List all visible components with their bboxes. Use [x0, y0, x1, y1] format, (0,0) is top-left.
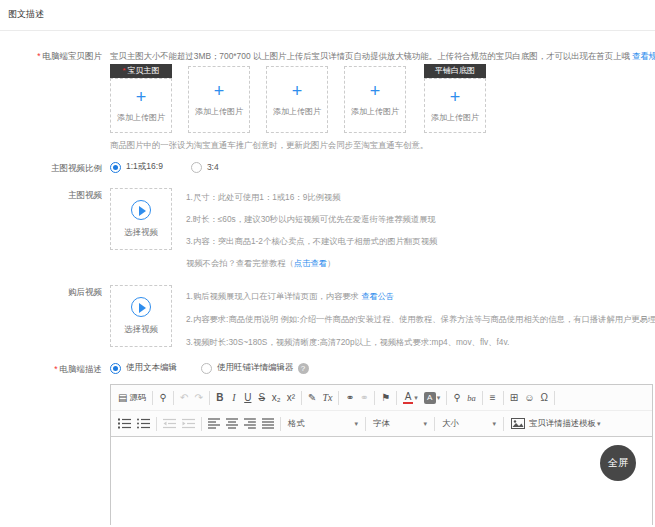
ztc-sync-note: 商品图片中的一张设为淘宝直通车推广创意时，更新此图片会同步至淘宝直通车创意。 [110, 140, 428, 151]
toolbar-divider [434, 417, 435, 431]
strikethrough-icon[interactable]: S [255, 388, 269, 408]
chevron-down-icon: ▾ [354, 420, 358, 428]
table-icon[interactable]: ⊞ [507, 388, 521, 408]
link-icon[interactable]: ⚭ [342, 388, 356, 408]
text-color-button[interactable]: A▾ [400, 388, 421, 408]
main-video-label: 主图视频 [0, 190, 102, 202]
upload-slot-2[interactable]: + 添加上传图片 [188, 66, 250, 133]
desc-mode-options: 使用文本编辑 使用旺铺详情编辑器 ? [110, 362, 309, 374]
upload-dropzone[interactable]: + 添加上传图片 [344, 66, 406, 133]
toolbar-divider [280, 417, 281, 431]
bg-color-button[interactable]: A▾ [421, 388, 444, 408]
source-code-button[interactable]: ▤源码 [115, 388, 149, 408]
special-char-icon[interactable]: Ω [537, 388, 551, 408]
bullet-list-icon[interactable] [134, 414, 153, 434]
format-dropdown[interactable]: 格式▾ [284, 414, 362, 434]
upload-slot-label: 添加上传图片 [273, 106, 321, 117]
template-dropdown[interactable]: 宝贝详情描述模板▾ [511, 418, 601, 429]
upload-slot-white-bg[interactable]: 平铺白底图 + 添加上传图片 [424, 64, 486, 133]
tip-line: 1.尺寸：此处可使用1：1或16：9比例视频 [186, 186, 437, 208]
select-video-label: 选择视频 [124, 227, 158, 238]
preview-icon[interactable]: ⚲ [156, 388, 170, 408]
plus-icon: + [370, 82, 381, 100]
post-video-tips: 1.购后视频展现入口在订单详情页面，内容要求 查看公告 2.内容要求:商品使用说… [186, 285, 655, 354]
desc-mode-label: *电脑端描述 [0, 364, 102, 376]
upload-slot-3[interactable]: + 添加上传图片 [266, 66, 328, 133]
search-icon[interactable]: ⚲ [450, 388, 464, 408]
text-color-icon: A [403, 392, 413, 404]
radio-wangpu-editor[interactable] [201, 363, 212, 374]
remove-format-icon[interactable]: Tx [319, 388, 335, 408]
upload-dropzone[interactable]: + 添加上传图片 [266, 66, 328, 133]
toolbar-divider [503, 417, 504, 431]
play-icon [131, 297, 151, 317]
radio-wangpu-editor-label[interactable]: 使用旺铺详情编辑器 [217, 362, 294, 374]
editor-toolbar-row2: 1 格式▾ 字体▾ 大小▾ 宝贝详情描述模板▾ [111, 411, 652, 437]
unlink-icon: ⚭ [357, 388, 371, 408]
image-icon [511, 418, 525, 429]
view-spec-link[interactable]: 查看规范 [632, 51, 655, 61]
radio-text-edit-label[interactable]: 使用文本编辑 [126, 362, 177, 374]
plus-icon: + [136, 88, 147, 106]
fullscreen-button[interactable]: 全屏 [600, 445, 636, 481]
post-video-label: 购后视频 [0, 287, 102, 299]
superscript-icon[interactable]: x² [284, 388, 298, 408]
align-center-icon[interactable] [223, 414, 241, 434]
outdent-icon [160, 414, 179, 434]
italic-icon[interactable]: I [227, 388, 241, 408]
radio-text-edit[interactable] [110, 363, 121, 374]
help-icon[interactable]: ? [298, 363, 309, 374]
radio-ratio-1-1-16-9-label[interactable]: 1:1或16:9 [126, 161, 163, 173]
line-height-icon[interactable]: ≡ [486, 388, 500, 408]
post-video-select[interactable]: 选择视频 [110, 285, 172, 347]
page-title: 图文描述 [8, 8, 44, 21]
chevron-down-icon: ▾ [597, 420, 601, 428]
chevron-down-icon: ▾ [414, 394, 418, 402]
underline-icon[interactable]: U [241, 388, 255, 408]
radio-ratio-1-1-16-9[interactable] [110, 162, 121, 173]
play-icon [131, 200, 151, 220]
upload-dropzone[interactable]: + 添加上传图片 [188, 66, 250, 133]
upload-slot-main-image[interactable]: *宝贝主图 + 添加上传图片 [110, 64, 172, 133]
main-video-tips: 1.尺寸：此处可使用1：1或16：9比例视频 2.时长：≤60s，建议30秒以内… [186, 186, 437, 274]
chevron-down-icon: ▾ [437, 394, 441, 402]
radio-ratio-3-4[interactable] [191, 162, 202, 173]
tip-line: 2.内容要求:商品使用说明 例如:介绍一件商品的安装过程、使用教程、保养方法等与… [186, 308, 655, 331]
align-left-icon[interactable] [205, 414, 223, 434]
main-video-select[interactable]: 选择视频 [110, 188, 172, 250]
plus-icon: + [450, 88, 461, 106]
upload-dropzone[interactable]: + 添加上传图片 [424, 78, 486, 133]
select-video-label: 选择视频 [124, 324, 158, 335]
page: 图文描述 *电脑端宝贝图片 宝贝主图大小不能超过3MB；700*700 以上图片… [0, 0, 655, 527]
align-justify-icon[interactable] [259, 414, 277, 434]
font-dropdown[interactable]: 字体▾ [369, 414, 431, 434]
toolbar-divider [209, 391, 210, 405]
size-dropdown[interactable]: 大小▾ [438, 414, 500, 434]
toolbar-divider [156, 417, 157, 431]
title-divider [0, 30, 655, 31]
upload-slot-4[interactable]: + 添加上传图片 [344, 66, 406, 133]
editor-content-area[interactable]: 全屏 [111, 437, 652, 527]
upload-dropzone[interactable]: + 添加上传图片 [110, 78, 172, 133]
toolbar-divider [365, 417, 366, 431]
white-bg-tab: 平铺白底图 [424, 64, 486, 78]
chevron-down-icon: ▾ [423, 420, 427, 428]
main-image-tab: *宝贝主图 [110, 64, 172, 78]
click-view-link[interactable]: 点击查看 [294, 258, 327, 268]
ordered-list-icon[interactable]: 1 [115, 414, 134, 434]
bg-color-icon: A [424, 392, 436, 404]
smiley-icon[interactable]: ☺ [521, 388, 537, 408]
video-ratio-label: 主图视频比例 [0, 163, 102, 175]
subscript-icon[interactable]: x₂ [269, 388, 284, 408]
tip-line: 2.时长：≤60s，建议30秒以内短视频可优先在爱逛街等推荐频道展现 [186, 208, 437, 230]
radio-ratio-3-4-label[interactable]: 3:4 [207, 162, 219, 172]
anchor-flag-icon[interactable]: ⚑ [378, 388, 393, 408]
align-right-icon[interactable] [241, 414, 259, 434]
view-announcement-link[interactable]: 查看公告 [361, 291, 394, 301]
indent-icon [179, 414, 198, 434]
format-painter-icon[interactable]: ✎ [305, 388, 319, 408]
source-icon: ▤ [118, 392, 127, 403]
find-replace-icon[interactable]: ba [464, 388, 479, 408]
tip-line: 3.视频时长:30S~180S，视频清晰度:高清720p以上，视频格式要求:mp… [186, 331, 655, 354]
bold-icon[interactable]: B [213, 388, 227, 408]
